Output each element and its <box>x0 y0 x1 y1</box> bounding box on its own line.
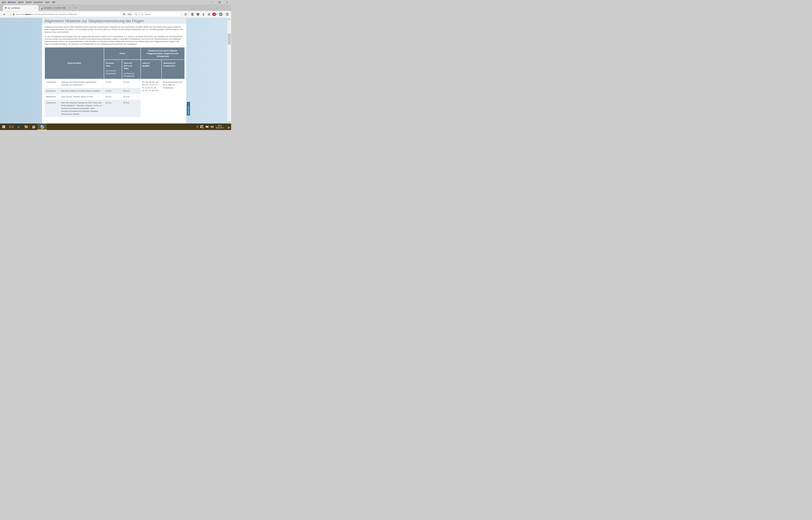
back-to-top-label: nach oben <box>188 106 189 114</box>
firefox-icon <box>40 125 44 129</box>
new-tab-button[interactable]: + <box>73 5 78 11</box>
clock-date: 30.08.2017 <box>216 127 224 129</box>
table-row-innerdeutsch: Innerdeutsch Hamburg, Kiel, Warnemünde, … <box>45 79 185 88</box>
download-icon[interactable] <box>201 12 205 17</box>
row-economy-price: 30 Euro <box>104 100 122 117</box>
battery-icon[interactable] <box>205 126 208 128</box>
row-exit-xl-price: 30 Euro <box>122 88 141 94</box>
notification-count-badge: 4 <box>227 127 230 129</box>
row-exit-xl-price: 20 Euro <box>122 79 141 88</box>
row-category: Mittelstrecke <box>45 94 60 100</box>
airlines-online-cell: 4U, EW, AB, DE, HG, XQ, XG, X3, ST, V7, … <box>141 79 162 117</box>
tab-close-icon[interactable]: × <box>68 6 71 9</box>
intro-paragraph-2: Je nach Verfügbarkeit und Freigabe durch… <box>45 35 184 45</box>
pocket-icon[interactable] <box>196 12 200 17</box>
reader-mode-icon[interactable] <box>123 13 126 16</box>
tab-close-icon[interactable]: × <box>34 6 37 9</box>
menu-datei[interactable]: Datei <box>1 1 7 4</box>
task-view-icon <box>10 126 12 128</box>
page-title: Allgemeine Hinweise zur Sitzplatzreservi… <box>45 18 144 24</box>
row-destinations: Barcelona, Mallorca, Venedig, Antalya, H… <box>60 88 104 94</box>
scroll-up-icon[interactable] <box>228 19 230 21</box>
chevron-down-icon <box>217 14 218 15</box>
toolbar-separator <box>224 12 224 16</box>
search-icon <box>141 13 143 16</box>
seat-reservation-table: Reiseziel ab/bis Preise Sitzplatzreservi… <box>45 47 185 117</box>
windows-taskbar: e × 20:25 30.08.2017 4 <box>0 124 231 130</box>
browser-window: Datei Bearbeiten Ansicht Chronik Lesezei… <box>0 0 231 130</box>
bookmark-star-icon[interactable] <box>184 12 188 17</box>
bookmarks-sidebar-icon[interactable] <box>190 12 195 17</box>
window-controls: × <box>209 0 230 4</box>
vertical-scrollbar[interactable] <box>227 18 231 124</box>
tab-bar: An- und Abreise × 03.12.2017 - 17.12.201… <box>0 4 231 11</box>
menu-hamburger-icon[interactable] <box>225 12 229 17</box>
restore-button[interactable] <box>218 1 221 4</box>
store-button[interactable] <box>30 124 37 130</box>
tab-title: An- und Abreise <box>8 7 34 9</box>
row-exit-xl-price: 90 Euro <box>122 100 141 117</box>
arrow-up-icon: ↑ <box>188 103 189 105</box>
url-bar[interactable]: i https://www.aida.de/kreuzfahrt/myaida/… <box>8 12 138 17</box>
task-view-button[interactable] <box>7 124 15 130</box>
search-placeholder: Suchen <box>144 13 150 15</box>
reload-icon[interactable]: ↻ <box>135 13 137 16</box>
ghostery-icon[interactable] <box>219 13 223 16</box>
edge-taskbar-button[interactable]: e <box>15 124 22 130</box>
row-destinations: Gran Canaria, Teneriffa, Sharm el Sheik <box>60 94 104 100</box>
home-icon[interactable] <box>207 12 211 17</box>
tab-title: 03.12.2017 - 17.12.2017 - AID <box>44 7 68 9</box>
url-text: https://www.aida.de/kreuzfahrt/myaida/st… <box>16 13 122 15</box>
adblock-plus-icon: ABP <box>212 13 216 16</box>
tab-an-und-abreise[interactable]: An- und Abreise × <box>3 5 38 11</box>
row-economy-price: 20 Euro <box>104 94 122 100</box>
airlines-phone-cell: alle anderen Airlines (EK ab 10 Tage vor… <box>162 79 185 117</box>
volume-icon[interactable] <box>211 126 214 128</box>
error-badge: × <box>202 127 204 129</box>
aida-lips-favicon <box>4 7 7 9</box>
minimize-button[interactable] <box>209 1 213 4</box>
menu-bearbeiten[interactable]: Bearbeiten <box>7 1 17 4</box>
menu-hilfe[interactable]: Hilfe <box>51 1 57 4</box>
scroll-down-icon[interactable] <box>228 121 230 123</box>
adblock-plus-button[interactable]: ABP <box>212 13 218 16</box>
menu-chronik[interactable]: Chronik <box>25 1 33 4</box>
tray-expand-icon[interactable] <box>196 126 198 128</box>
scrollbar-thumb[interactable] <box>228 34 231 45</box>
toolbar-icons: ABP <box>184 12 229 17</box>
folder-icon <box>25 126 28 128</box>
file-explorer-button[interactable] <box>22 124 30 130</box>
tray-status-error-icon[interactable]: × <box>200 125 203 128</box>
intro-paragraph-1: Sitzplatzreservierungen sind für AIDA PR… <box>45 26 184 33</box>
edge-icon: e <box>18 125 20 129</box>
row-category: Langstrecke <box>45 100 60 117</box>
menu-bar: Datei Bearbeiten Ansicht Chronik Lesezei… <box>0 0 231 4</box>
store-bag-icon <box>32 126 35 128</box>
search-bar[interactable]: Suchen <box>140 12 181 17</box>
close-button[interactable]: × <box>225 1 229 4</box>
action-center-button[interactable]: 4 <box>226 125 229 128</box>
row-economy-price: 12 Euro <box>104 88 122 94</box>
tab-itinerary[interactable]: 03.12.2017 - 17.12.2017 - AID × <box>38 5 73 11</box>
start-button[interactable] <box>0 124 7 130</box>
back-arrow-icon <box>3 13 6 16</box>
subheader-economy: Economy Classpro Person & Einzelstrecke <box>104 60 122 79</box>
taskbar-clock[interactable]: 20:25 30.08.2017 <box>216 125 224 129</box>
zoom-level-indicator[interactable]: 90% <box>127 13 133 16</box>
site-info-icon[interactable]: i <box>9 13 12 16</box>
menu-extras[interactable]: Extras <box>44 1 51 4</box>
windows-logo-icon <box>2 126 5 128</box>
https-lock-icon <box>13 13 15 16</box>
back-button[interactable] <box>1 11 7 17</box>
back-to-top-button[interactable]: ↑ nach oben <box>187 102 190 115</box>
firefox-taskbar-button[interactable] <box>37 124 47 130</box>
content-column: Allgemeine Hinweise zur Sitzplatzreservi… <box>42 18 186 124</box>
subheader-exit-xl: Preise für EXIT & XL Seatspro Person & E… <box>122 60 141 79</box>
header-preise: Preise <box>104 47 141 60</box>
row-category: Innerdeutsch <box>45 79 60 88</box>
row-category: Kurzstrecke <box>45 88 60 94</box>
menu-lesezeichen[interactable]: Lesezeichen <box>33 1 44 4</box>
header-reiseziel: Reiseziel ab/bis <box>45 47 104 79</box>
row-destinations: New York, Montreal, Santiago de Chile, D… <box>60 100 104 117</box>
menu-ansicht[interactable]: Ansicht <box>17 1 25 4</box>
